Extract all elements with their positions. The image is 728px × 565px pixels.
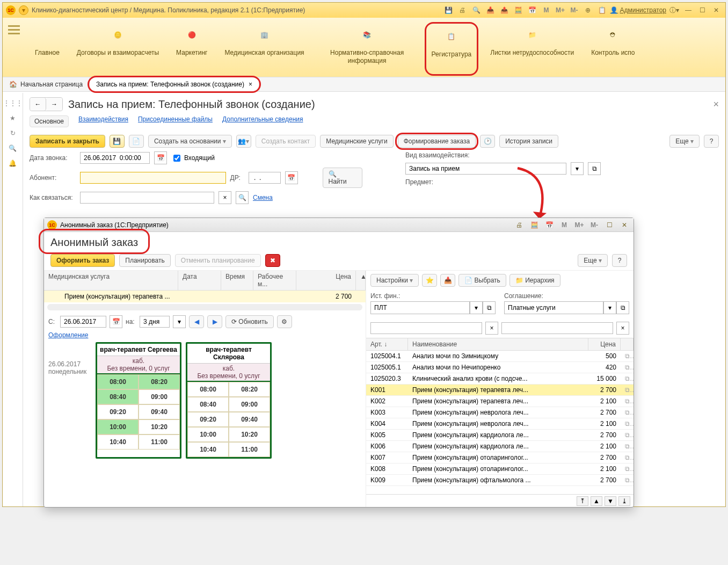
time-slot[interactable]: 08:00 — [187, 382, 229, 397]
service-row[interactable]: K004Прием (консультация) невролога леч..… — [366, 418, 634, 430]
inner-mem-mp[interactable]: M+ — [573, 219, 585, 231]
burger-menu[interactable] — [5, 22, 23, 76]
nav-back-button[interactable]: ← — [30, 98, 46, 111]
nav-marketing[interactable]: 🔴Маркетинг — [171, 22, 213, 76]
col-date[interactable]: Дата — [178, 271, 221, 290]
service-row[interactable]: K005Прием (консультация) кардиолога ле..… — [366, 430, 634, 441]
clipboard-icon[interactable]: 📋 — [596, 4, 608, 16]
type-dd-icon[interactable]: ▾ — [571, 162, 584, 175]
settings-button[interactable]: Настройки — [370, 274, 419, 287]
download-icon[interactable]: 📥 — [440, 274, 455, 287]
bell-icon[interactable]: 🔔 — [9, 160, 17, 167]
nav-main[interactable]: Главное — [30, 22, 65, 76]
page-last[interactable]: ⤓ — [618, 496, 630, 506]
page-prev[interactable]: ▲ — [591, 496, 602, 506]
srcfin-input[interactable] — [370, 301, 470, 314]
inner-mem-mm[interactable]: M- — [588, 219, 600, 231]
page-close-button[interactable]: × — [713, 99, 719, 110]
interaction-type-input[interactable] — [405, 163, 566, 175]
time-slot[interactable]: 09:20 — [97, 404, 139, 419]
dr-picker-icon[interactable]: 📅 — [285, 171, 298, 184]
inner-mem-m[interactable]: M — [558, 219, 570, 231]
admin-link[interactable]: 👤 Администратор — [610, 6, 666, 14]
type-open-icon[interactable]: ⧉ — [588, 162, 601, 175]
filter1-clear[interactable]: × — [485, 322, 498, 335]
apps-icon[interactable]: ⋮⋮⋮ — [3, 99, 23, 107]
sched-settings-icon[interactable]: ⚙ — [277, 315, 292, 328]
app-menu-dropdown[interactable]: ▾ — [19, 5, 28, 15]
design-link[interactable]: Оформление — [44, 331, 366, 342]
time-slot[interactable]: 10:40 — [187, 442, 229, 457]
time-slot[interactable]: 08:40 — [97, 389, 139, 404]
form-order-button[interactable]: Формирование заказа — [398, 135, 476, 148]
people-button[interactable]: 👥 — [236, 135, 251, 148]
time-slot[interactable]: 10:00 — [187, 427, 229, 442]
service-row[interactable]: K001Прием (консультация) терапевта леч..… — [366, 385, 634, 396]
inner-close-button[interactable]: ✕ — [618, 219, 630, 231]
maximize-button[interactable]: ☐ — [696, 4, 708, 16]
service-row[interactable]: K009Прием (консультация) офтальмолога ..… — [366, 475, 634, 486]
save-close-button[interactable]: Записать и закрыть — [30, 135, 105, 148]
tab-create-call[interactable]: Запись на прием: Телефонный звонок (созд… — [89, 77, 259, 91]
service-row[interactable]: 1025004.1Анализ мочи по Зимницкому500⧉ — [366, 351, 634, 362]
link-extra[interactable]: Дополнительные сведения — [222, 115, 303, 127]
col-scroll-up[interactable]: ▲ — [356, 271, 366, 290]
service-row[interactable]: K003Прием (консультация) невролога леч..… — [366, 407, 634, 418]
col-price[interactable]: Цена — [296, 271, 356, 290]
contact-clear-icon[interactable]: × — [219, 191, 231, 204]
page-next[interactable]: ▼ — [605, 496, 616, 506]
nav-med-org[interactable]: 🏢Медицинская организация — [219, 22, 309, 76]
inner-maximize-button[interactable]: ☐ — [603, 219, 615, 231]
service-row[interactable]: 1025020.3Клинический анализ крови (с под… — [366, 373, 634, 385]
select-button[interactable]: 📄 Выбрать — [458, 274, 506, 287]
close-button[interactable]: ✕ — [710, 4, 722, 16]
preview-icon[interactable]: 🔍 — [470, 4, 482, 16]
add-icon[interactable]: ⊕ — [582, 4, 594, 16]
time-slot[interactable]: 10:00 — [97, 419, 139, 434]
nav-forward-button[interactable]: → — [46, 98, 62, 111]
service-row[interactable]: K008Прием (консультация) отоларинголог..… — [366, 463, 634, 475]
tab-close-icon[interactable]: × — [249, 81, 252, 88]
inner-more-button[interactable]: Еще — [578, 254, 608, 267]
submit-order-button[interactable]: Оформить заказ — [50, 254, 115, 267]
time-slot[interactable]: 11:00 — [139, 434, 180, 450]
col-name[interactable]: Наименование — [408, 338, 588, 350]
srcfin-dd[interactable]: ▾ — [470, 301, 483, 314]
date-picker-icon[interactable]: 📅 — [154, 151, 167, 164]
med-services-button[interactable]: Медицинские услуги — [320, 135, 393, 148]
mem-mplus-button[interactable]: M+ — [554, 4, 566, 16]
sched-na-input[interactable] — [140, 316, 170, 328]
print-icon[interactable]: 🖨 — [456, 4, 468, 16]
agree-dd[interactable]: ▾ — [603, 301, 616, 314]
mem-m-button[interactable]: M — [540, 4, 552, 16]
calendar-icon[interactable]: 📅 — [526, 4, 538, 16]
time-slot[interactable]: 09:00 — [229, 397, 270, 412]
find-button[interactable]: 🔍 Найти — [323, 168, 363, 188]
time-slot[interactable]: 08:00 — [97, 374, 139, 389]
nav-contracts[interactable]: 🪙Договоры и взаиморасчеты — [71, 22, 164, 76]
time-slot[interactable]: 10:20 — [139, 419, 180, 434]
history-icon[interactable]: 🕑 — [480, 135, 495, 148]
link-main[interactable]: Основное — [30, 115, 69, 127]
nav-reference[interactable]: 📚Нормативно-справочная информация — [316, 22, 418, 76]
time-slot[interactable]: 11:00 — [229, 442, 270, 457]
contact-input[interactable] — [80, 192, 214, 204]
shift-link[interactable]: Смена — [253, 194, 273, 201]
help-button[interactable]: ? — [704, 135, 719, 148]
delete-button[interactable]: ✖ — [265, 254, 280, 267]
mem-mminus-button[interactable]: M- — [568, 4, 580, 16]
star-icon[interactable]: ★ — [10, 114, 16, 122]
grid-hscroll[interactable] — [47, 304, 362, 310]
time-slot[interactable]: 09:20 — [187, 412, 229, 427]
page-first[interactable]: ⤒ — [577, 496, 588, 506]
compare-icon[interactable]: 📥 — [484, 4, 496, 16]
col-art[interactable]: Арт. ↓ — [366, 338, 408, 350]
sched-from-cal-icon[interactable]: 📅 — [110, 315, 122, 328]
filter1-input[interactable] — [370, 322, 482, 334]
col-workplace[interactable]: Рабочее м... — [253, 271, 296, 290]
time-slot[interactable]: 08:20 — [229, 382, 270, 397]
sched-prev-button[interactable]: ◀ — [189, 315, 204, 328]
nav-sick-leave[interactable]: 📁Листки нетрудоспособности — [485, 22, 579, 76]
col-time[interactable]: Время — [221, 271, 253, 290]
calc-icon[interactable]: 🧮 — [512, 4, 524, 16]
